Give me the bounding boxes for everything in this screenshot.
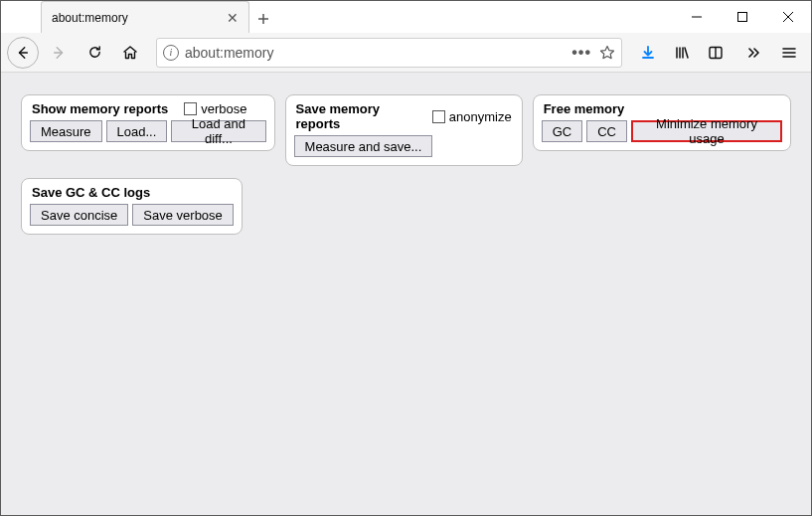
panel-title: Save GC & CC logs <box>32 185 150 200</box>
button-row: GC CC Minimize memory usage <box>542 120 782 142</box>
sidebar-icon <box>708 45 724 61</box>
minimize-memory-usage-button[interactable]: Minimize memory usage <box>631 120 782 142</box>
panel-header: Save memory reports anonymize <box>294 101 514 135</box>
save-memory-reports-panel: Save memory reports anonymize Measure an… <box>285 94 523 166</box>
checkbox-icon <box>432 110 445 123</box>
chevrons-right-icon <box>745 45 761 61</box>
window-controls <box>674 1 811 33</box>
title-bar: about:memory ✕ <box>1 1 811 33</box>
info-icon[interactable]: i <box>163 45 179 61</box>
overflow-button[interactable] <box>737 37 769 69</box>
load-and-diff-button[interactable]: Load and diff... <box>171 120 265 142</box>
close-icon[interactable]: ✕ <box>225 10 241 26</box>
url-input[interactable] <box>185 45 566 61</box>
minimize-icon <box>692 12 702 22</box>
browser-window: about:memory ✕ <box>0 0 812 516</box>
verbose-checkbox[interactable]: verbose <box>184 101 246 116</box>
downloads-button[interactable] <box>632 37 664 69</box>
panel-header: Save GC & CC logs <box>30 185 234 204</box>
minimize-button[interactable] <box>674 1 720 33</box>
button-row: Measure Load... Load and diff... <box>30 120 266 142</box>
back-button[interactable] <box>7 37 39 69</box>
library-button[interactable] <box>666 37 698 69</box>
reload-icon <box>87 45 102 60</box>
load-button[interactable]: Load... <box>106 120 168 142</box>
url-bar[interactable]: i ••• <box>156 38 622 68</box>
arrow-left-icon <box>16 46 30 60</box>
close-button[interactable] <box>765 1 811 33</box>
reload-button[interactable] <box>79 37 110 69</box>
measure-button[interactable]: Measure <box>30 120 102 142</box>
sidebar-button[interactable] <box>700 37 731 69</box>
checkbox-icon <box>184 102 197 115</box>
toolbar-right <box>632 37 733 69</box>
new-tab-button[interactable] <box>249 5 277 33</box>
save-concise-button[interactable]: Save concise <box>30 204 128 226</box>
library-icon <box>674 45 690 61</box>
save-gc-cc-logs-panel: Save GC & CC logs Save concise Save verb… <box>21 178 243 235</box>
free-memory-panel: Free memory GC CC Minimize memory usage <box>533 94 791 151</box>
navigation-toolbar: i ••• <box>1 33 811 73</box>
anonymize-checkbox[interactable]: anonymize <box>432 109 512 124</box>
plus-icon <box>257 13 269 25</box>
app-menu-button[interactable] <box>773 37 805 69</box>
panel-row-1: Show memory reports verbose Measure Load… <box>21 94 791 166</box>
download-icon <box>640 45 656 61</box>
panel-title: Save memory reports <box>296 101 416 131</box>
home-button[interactable] <box>114 37 146 69</box>
panel-title: Show memory reports <box>32 101 168 116</box>
arrow-right-icon <box>52 46 66 60</box>
maximize-icon <box>737 12 747 22</box>
page-content: Show memory reports verbose Measure Load… <box>1 73 811 515</box>
tab-about-memory[interactable]: about:memory ✕ <box>41 1 249 33</box>
button-row: Save concise Save verbose <box>30 204 234 226</box>
bookmark-star-icon[interactable] <box>599 45 615 61</box>
forward-button[interactable] <box>43 37 75 69</box>
page-actions-icon[interactable]: ••• <box>571 44 591 62</box>
tab-title: about:memory <box>52 11 219 25</box>
checkbox-label: anonymize <box>449 109 512 124</box>
cc-button[interactable]: CC <box>586 120 627 142</box>
maximize-button[interactable] <box>720 1 765 33</box>
gc-button[interactable]: GC <box>542 120 583 142</box>
svg-rect-0 <box>738 13 747 22</box>
home-icon <box>122 45 138 61</box>
close-icon <box>783 12 793 22</box>
measure-and-save-button[interactable]: Measure and save... <box>294 135 433 157</box>
button-row: Measure and save... <box>294 135 514 157</box>
panel-title: Free memory <box>544 101 625 116</box>
panel-row-2: Save GC & CC logs Save concise Save verb… <box>21 178 791 235</box>
url-bar-actions: ••• <box>571 44 615 62</box>
tab-strip: about:memory ✕ <box>1 1 277 33</box>
hamburger-icon <box>781 45 797 61</box>
checkbox-label: verbose <box>201 101 246 116</box>
save-verbose-button[interactable]: Save verbose <box>132 204 234 226</box>
show-memory-reports-panel: Show memory reports verbose Measure Load… <box>21 94 275 151</box>
